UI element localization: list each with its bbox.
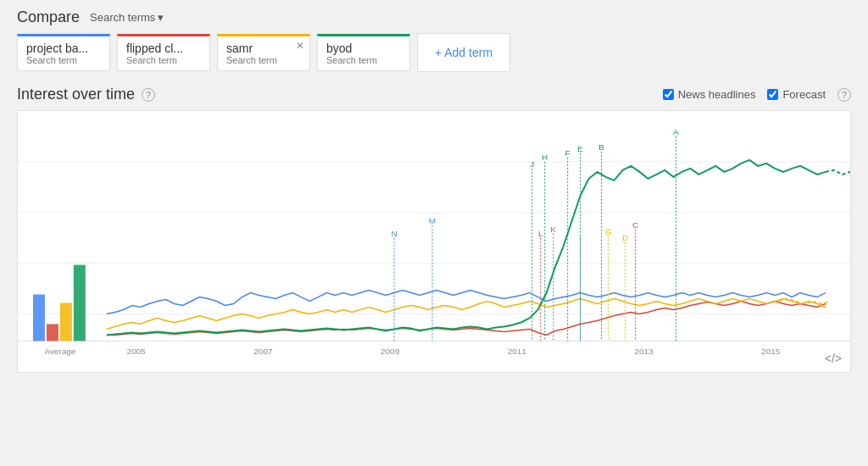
interest-over-time-label: Interest over time [17, 86, 135, 103]
svg-text:H: H [542, 153, 548, 162]
term-name: project ba... [26, 42, 101, 55]
svg-text:2007: 2007 [253, 347, 273, 356]
svg-rect-6 [47, 324, 58, 341]
section-title: Interest over time ? [17, 86, 155, 103]
term-chip-term-4[interactable]: byod Search term [317, 34, 410, 71]
term-name: byod [326, 42, 401, 55]
add-term-button[interactable]: + Add term [417, 33, 510, 72]
svg-rect-8 [74, 265, 86, 341]
term-chip-term-1[interactable]: project ba... Search term [17, 34, 110, 71]
term-type: Search term [26, 55, 101, 65]
help-icon[interactable]: ? [142, 88, 155, 102]
forecast-label: Forecast [782, 88, 826, 101]
svg-text:L: L [538, 229, 543, 238]
terms-row: project ba... Search term flipped cl... … [0, 33, 868, 82]
svg-text:Average: Average [44, 347, 75, 356]
svg-text:E: E [577, 144, 583, 153]
term-name: flipped cl... [126, 42, 201, 55]
term-type: Search term [326, 55, 401, 65]
news-headlines-checkbox[interactable] [663, 89, 674, 100]
term-chip-term-3[interactable]: samr Search term ✕ [217, 34, 310, 71]
term-type: Search term [226, 55, 301, 65]
svg-text:D: D [622, 233, 628, 242]
news-headlines-label: News headlines [678, 88, 756, 101]
forecast-help-icon[interactable]: ? [837, 88, 851, 102]
term-type: Search term [126, 55, 201, 65]
svg-text:2011: 2011 [508, 347, 527, 356]
svg-text:2015: 2015 [761, 347, 781, 356]
chart-container: Average 2005 2007 2009 2011 2013 2015 N … [17, 110, 851, 373]
term-name: samr [226, 42, 301, 55]
svg-rect-7 [60, 303, 72, 341]
svg-text:F: F [565, 148, 570, 158]
svg-text:2009: 2009 [381, 347, 400, 356]
svg-text:G: G [605, 227, 612, 236]
section-header: Interest over time ? News headlines Fore… [0, 82, 868, 110]
news-headlines-checkbox-item[interactable]: News headlines [663, 88, 756, 101]
term-chip-term-2[interactable]: flipped cl... Search term [117, 34, 210, 71]
svg-rect-5 [33, 295, 45, 341]
term-close-icon[interactable]: ✕ [296, 40, 304, 52]
dropdown-icon: ▾ [158, 11, 164, 24]
svg-text:K: K [550, 225, 556, 234]
svg-text:M: M [429, 216, 436, 225]
embed-icon[interactable]: </> [825, 352, 842, 365]
svg-text:A: A [673, 127, 679, 136]
svg-text:2005: 2005 [127, 347, 147, 356]
svg-text:2013: 2013 [634, 347, 654, 356]
search-terms-label: Search terms [90, 11, 155, 24]
section-controls: News headlines Forecast ? [663, 88, 851, 102]
svg-text:C: C [632, 220, 638, 230]
compare-label: Compare [17, 8, 80, 26]
search-terms-button[interactable]: Search terms ▾ [90, 11, 164, 24]
svg-text:B: B [598, 142, 604, 152]
svg-text:N: N [391, 229, 397, 238]
forecast-checkbox-item[interactable]: Forecast [767, 88, 826, 101]
svg-text:J: J [530, 159, 534, 169]
chart-svg: Average 2005 2007 2009 2011 2013 2015 N … [18, 111, 850, 373]
forecast-checkbox[interactable] [767, 89, 778, 100]
